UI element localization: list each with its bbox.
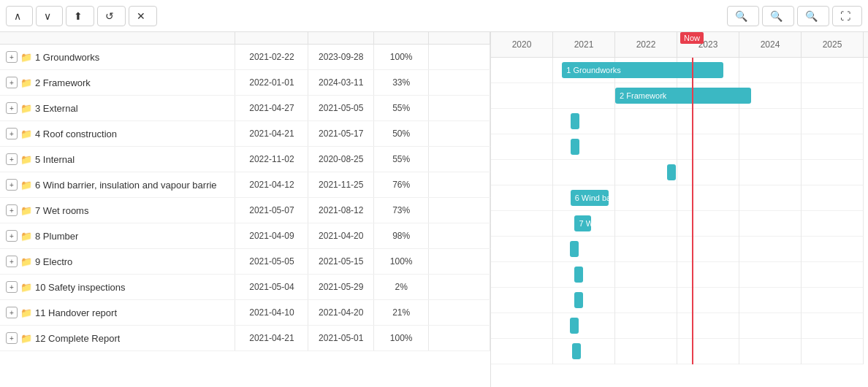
gantt-year-cell bbox=[739, 134, 802, 160]
row-responsible bbox=[429, 70, 490, 95]
gantt-year-cell bbox=[615, 288, 677, 313]
expand-row-button[interactable]: + bbox=[6, 230, 18, 242]
expand-row-button[interactable]: + bbox=[6, 102, 18, 114]
gantt-year-header: 2021 bbox=[553, 32, 615, 57]
folder-icon: 📁 bbox=[20, 154, 32, 165]
fullscreen-button[interactable]: ⛶ bbox=[832, 6, 862, 26]
row-responsible bbox=[429, 172, 490, 197]
expand-row-button[interactable]: + bbox=[6, 332, 18, 344]
critical-path-button[interactable]: ✕ bbox=[129, 6, 157, 26]
folder-icon: 📁 bbox=[20, 205, 32, 216]
expand-row-button[interactable]: + bbox=[6, 77, 18, 88]
gantt-year-cell bbox=[677, 83, 739, 109]
table-row: + 📁 3 External 2021-04-27 2021-05-05 55% bbox=[0, 96, 490, 121]
table-row: + 📁 7 Wet rooms 2021-05-07 2021-08-12 73… bbox=[0, 198, 490, 223]
gantt-year-cell bbox=[553, 288, 615, 313]
folder-icon: 📁 bbox=[20, 307, 32, 318]
app-container: ∧ ∨ ⬆ ↺ ✕ 🔍 🔍 bbox=[0, 0, 868, 387]
row-name: 11 Handover report bbox=[35, 307, 117, 318]
row-responsible bbox=[429, 96, 490, 120]
collapse-icon: ∧ bbox=[14, 10, 21, 22]
gantt-year-header: 2022 bbox=[615, 32, 677, 57]
gantt-year-cell bbox=[802, 185, 864, 211]
gantt-row bbox=[491, 211, 864, 237]
expand-icon: ∨ bbox=[44, 10, 51, 22]
collapse-all-button[interactable]: ∧ bbox=[6, 6, 33, 26]
row-name-cell: + 📁 4 Roof construction bbox=[0, 121, 235, 146]
row-progress: 100% bbox=[374, 326, 429, 350]
gantt-year-cell bbox=[802, 262, 864, 288]
gantt-year-cell bbox=[615, 339, 677, 364]
row-progress: 100% bbox=[374, 45, 429, 69]
gantt-row bbox=[491, 83, 864, 109]
gantt-year-cell bbox=[491, 211, 553, 237]
table-header bbox=[0, 32, 490, 45]
folder-icon: 📁 bbox=[20, 129, 32, 139]
expand-row-button[interactable]: + bbox=[6, 281, 18, 293]
row-name-cell: + 📁 1 Groundworks bbox=[0, 45, 235, 69]
row-name-cell: + 📁 8 Plumber bbox=[0, 223, 235, 248]
zoom-to-fit-button[interactable]: 🔍 bbox=[797, 6, 829, 26]
row-name: 3 External bbox=[35, 103, 78, 114]
gantt-year-cell bbox=[553, 83, 615, 109]
gantt-year-cell bbox=[739, 313, 802, 339]
toolbar-right: 🔍 🔍 🔍 ⛶ bbox=[727, 6, 862, 26]
row-progress: 98% bbox=[374, 223, 429, 248]
gantt-year-cell bbox=[802, 288, 864, 313]
table-row: + 📁 4 Roof construction 2021-04-21 2021-… bbox=[0, 121, 490, 147]
folder-icon: 📁 bbox=[20, 231, 32, 242]
row-start: 2021-04-27 bbox=[235, 96, 308, 120]
gantt-year-cell bbox=[615, 262, 677, 288]
gantt-year-cell bbox=[802, 83, 864, 109]
row-name-cell: + 📁 2 Framework bbox=[0, 70, 235, 95]
gantt-row bbox=[491, 262, 864, 288]
gantt-year-cell bbox=[553, 58, 615, 83]
row-responsible bbox=[429, 198, 490, 223]
expand-row-button[interactable]: + bbox=[6, 307, 18, 318]
expand-row-button[interactable]: + bbox=[6, 256, 18, 267]
expand-row-button[interactable]: + bbox=[6, 128, 18, 139]
row-progress: 50% bbox=[374, 121, 429, 146]
expand-row-button[interactable]: + bbox=[6, 179, 18, 191]
gantt-year-cell bbox=[491, 339, 553, 364]
folder-icon: 📁 bbox=[20, 103, 32, 114]
row-name-cell: + 📁 10 Safety inspections bbox=[0, 275, 235, 299]
row-end: 2021-04-20 bbox=[308, 300, 374, 325]
gantt-year-cell bbox=[802, 237, 864, 262]
gantt-year-cell bbox=[553, 262, 615, 288]
table-row: + 📁 2 Framework 2022-01-01 2024-03-11 33… bbox=[0, 70, 490, 96]
table-row: + 📁 1 Groundworks 2021-02-22 2023-09-28 … bbox=[0, 45, 490, 70]
gantt-row bbox=[491, 185, 864, 211]
gantt-year-cell bbox=[739, 185, 802, 211]
table-row: + 📁 12 Complete Report 2021-04-21 2021-0… bbox=[0, 326, 490, 351]
row-name: 8 Plumber bbox=[35, 231, 78, 242]
export-button[interactable]: ⬆ bbox=[66, 6, 94, 26]
gantt-year-cell bbox=[491, 83, 553, 109]
row-responsible bbox=[429, 300, 490, 325]
expand-row-button[interactable]: + bbox=[6, 153, 18, 165]
row-name: 12 Complete Report bbox=[35, 333, 120, 344]
table-row: + 📁 9 Electro 2021-05-05 2021-05-15 100% bbox=[0, 249, 490, 275]
gantt-year-cell bbox=[802, 134, 864, 160]
gantt-year-cell bbox=[802, 211, 864, 237]
gantt-year-cell bbox=[491, 109, 553, 134]
gantt-year-cell bbox=[677, 339, 739, 364]
gantt-year-cell bbox=[553, 211, 615, 237]
zoom-in-button[interactable]: 🔍 bbox=[727, 6, 759, 26]
th-name bbox=[0, 32, 235, 44]
row-start: 2022-11-02 bbox=[235, 147, 308, 172]
gantt-year-cell bbox=[615, 109, 677, 134]
gantt-year-cell bbox=[739, 237, 802, 262]
gantt-year-cell bbox=[491, 58, 553, 83]
gantt-header: 202020212022202320242025Now bbox=[491, 32, 868, 58]
row-start: 2021-04-21 bbox=[235, 121, 308, 146]
folder-icon: 📁 bbox=[20, 333, 32, 344]
row-name-cell: + 📁 9 Electro bbox=[0, 249, 235, 274]
gantt-year-cell bbox=[739, 262, 802, 288]
expand-all-button[interactable]: ∨ bbox=[36, 6, 63, 26]
auto-scheduling-button[interactable]: ↺ bbox=[97, 6, 126, 26]
expand-row-button[interactable]: + bbox=[6, 204, 18, 216]
folder-icon: 📁 bbox=[20, 256, 32, 267]
expand-row-button[interactable]: + bbox=[6, 51, 18, 63]
zoom-out-button[interactable]: 🔍 bbox=[762, 6, 794, 26]
